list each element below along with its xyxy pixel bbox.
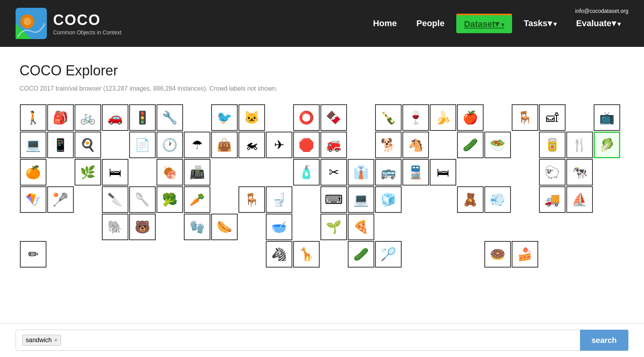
icon-cell-cake[interactable]: 🍰 — [512, 241, 538, 268]
icon-cell-empty — [47, 159, 74, 186]
icon-cell-empty — [512, 159, 538, 186]
icon-cell-empty — [457, 214, 484, 240]
icon-cell-giraffe[interactable]: 🦒 — [293, 241, 320, 268]
icon-cell-cucumber[interactable]: 🥒 — [457, 132, 484, 158]
icon-cell-cat[interactable]: 🐱 — [238, 104, 265, 131]
icon-cell-carrot[interactable]: 🥕 — [184, 186, 210, 213]
page-title: COCO Explorer — [20, 62, 624, 79]
icon-cell-sandwich[interactable]: 🥬 — [594, 132, 620, 158]
icon-cell-empty — [238, 241, 265, 268]
nav-evaluate[interactable]: Evaluate▾ — [568, 14, 628, 32]
icon-cell-pizza[interactable]: 🍕 — [348, 214, 374, 240]
icon-cell-empty — [157, 241, 183, 268]
icon-cell-traffic-light[interactable]: 🚦 — [129, 104, 156, 131]
icon-cell-broccoli[interactable]: 🥦 — [157, 186, 183, 213]
icon-cell-chair[interactable]: 🪑 — [512, 104, 538, 131]
icon-cell-bed[interactable]: 🛏 — [102, 159, 128, 186]
icon-cell-empty — [102, 132, 128, 158]
icon-cell-sheep[interactable]: 🐑 — [539, 159, 566, 186]
icon-cell-bicycle[interactable]: 🚲 — [75, 104, 101, 131]
icon-cell-bear[interactable]: 🐻 — [129, 214, 156, 240]
icon-cell-orange[interactable]: 🍊 — [20, 159, 46, 186]
icon-cell-bird[interactable]: 🐦 — [211, 104, 238, 131]
icon-cell-zucchini[interactable]: 🥒 — [348, 241, 374, 268]
icon-cell-laptop[interactable]: 💻 — [20, 132, 46, 158]
icon-cell-donut[interactable]: 🍩 — [484, 241, 511, 268]
icon-cell-car[interactable]: 🚗 — [102, 104, 128, 131]
icon-cell-can[interactable]: 🥫 — [539, 132, 566, 158]
icon-cell-clock[interactable]: 🕐 — [157, 132, 183, 158]
icon-cell-toilet[interactable]: 🚽 — [266, 186, 292, 213]
icon-cell-cow[interactable]: 🐄 — [566, 159, 593, 186]
icon-cell-empty — [184, 104, 210, 131]
icon-cell-meat[interactable]: 🍖 — [157, 159, 183, 186]
icon-cell-scissors[interactable]: ✂ — [320, 159, 347, 186]
icon-cell-stop-sign[interactable]: 🛑 — [293, 132, 320, 158]
icon-cell-empty — [594, 186, 620, 213]
nav-home[interactable]: Home — [365, 14, 405, 32]
icon-cell-tie[interactable]: 👔 — [348, 159, 374, 186]
icon-cell-knife[interactable]: 🔪 — [102, 186, 128, 213]
icon-cell-fork[interactable]: 🍴 — [566, 132, 593, 158]
icon-cell-wine-glass[interactable]: 🍷 — [402, 104, 429, 131]
icon-cell-spoon[interactable]: 🥄 — [129, 186, 156, 213]
icon-cell-airplane[interactable]: ✈ — [266, 132, 292, 158]
email-link[interactable]: info@cocodataset.org — [575, 8, 628, 14]
icon-cell-pencil[interactable]: ✏ — [20, 241, 46, 268]
icon-cell-banana[interactable]: 🍌 — [430, 104, 456, 131]
nav-dataset[interactable]: Dataset▾ — [456, 14, 512, 33]
icon-cell-person[interactable]: 🚶 — [20, 104, 46, 131]
icon-cell-empty — [402, 186, 429, 213]
icon-cell-empty — [129, 241, 156, 268]
icon-cell-baseball-bat[interactable]: 🥍 — [47, 186, 74, 213]
icon-cell-umbrella[interactable]: ☂ — [184, 132, 210, 158]
icon-cell-oven[interactable]: 🍳 — [75, 132, 101, 158]
icon-cell-microwave[interactable]: 📠 — [184, 159, 210, 186]
icon-cell-teddy-bear[interactable]: 🧸 — [457, 186, 484, 213]
icon-cell-bottle[interactable]: 🍾 — [375, 104, 402, 131]
icon-cell-backpack[interactable]: 🎒 — [47, 104, 74, 131]
icon-cell-dining-table[interactable]: 🪑 — [238, 186, 265, 213]
icon-cell-vase[interactable]: 🧴 — [293, 159, 320, 186]
icon-cell-empty — [75, 241, 101, 268]
icon-cell-empty — [402, 241, 429, 268]
icon-cell-keyboard[interactable]: ⌨ — [320, 186, 347, 213]
icon-cell-book[interactable]: 📄 — [129, 132, 156, 158]
icon-cell-fire-hydrant[interactable]: 🔧 — [157, 104, 183, 131]
icon-cell-dog[interactable]: 🐕 — [375, 132, 402, 158]
icon-cell-laptop-2[interactable]: 💻 — [348, 186, 374, 213]
icon-cell-plant[interactable]: 🌿 — [75, 159, 101, 186]
icon-cell-bus-(icon)[interactable]: 🚌 — [375, 159, 402, 186]
icon-cell-elephant[interactable]: 🐘 — [102, 214, 128, 240]
icon-cell-truck[interactable]: 🚚 — [539, 186, 566, 213]
icon-cell-empty — [184, 241, 210, 268]
icon-cell-tv[interactable]: 📺 — [594, 104, 620, 131]
icon-cell-sprout[interactable]: 🌱 — [320, 214, 347, 240]
icon-cell-pizza-alt[interactable]: 🥗 — [484, 132, 511, 158]
icon-cell-motorcycle[interactable]: 🏍 — [238, 132, 265, 158]
icon-cell-phone[interactable]: 📱 — [47, 132, 74, 158]
icon-cell-bowl[interactable]: 🥣 — [266, 214, 292, 240]
icon-cell-frisbee[interactable]: ⭕ — [293, 104, 320, 131]
icon-cell-refrigerator[interactable]: 🧊 — [375, 186, 402, 213]
icon-cell-empty — [430, 186, 456, 213]
icon-cell-horse[interactable]: 🐴 — [402, 132, 429, 158]
icon-cell-tennis-racket[interactable]: 🏸 — [375, 241, 402, 268]
icon-cell-hot-dog[interactable]: 🌭 — [211, 214, 238, 240]
icon-cell-couch[interactable]: 🛋 — [539, 104, 566, 131]
icon-cell-banana-alt[interactable]: 🍫 — [320, 104, 347, 131]
icon-cell-kite[interactable]: 🪁 — [20, 186, 46, 213]
icon-cell-boat[interactable]: ⛵ — [566, 186, 593, 213]
nav-tasks[interactable]: Tasks▾ — [516, 14, 564, 32]
coco-logo-icon — [16, 8, 47, 39]
icon-cell-empty — [266, 104, 292, 131]
icon-cell-bench[interactable]: 🛏 — [430, 159, 456, 186]
icon-cell-zebra[interactable]: 🦓 — [266, 241, 292, 268]
icon-cell-glove[interactable]: 🧤 — [184, 214, 210, 240]
nav-people[interactable]: People — [409, 14, 452, 32]
icon-cell-train[interactable]: 🚆 — [402, 159, 429, 186]
icon-cell-parking[interactable]: 🚒 — [320, 132, 347, 158]
icon-cell-apple[interactable]: 🍎 — [457, 104, 484, 131]
icon-cell-hair-drier[interactable]: 💨 — [484, 186, 511, 213]
icon-cell-handbag[interactable]: 👜 — [211, 132, 238, 158]
